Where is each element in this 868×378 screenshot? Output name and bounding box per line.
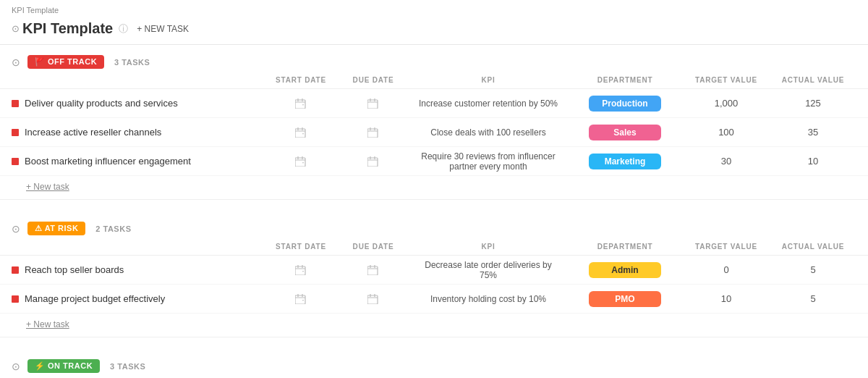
dept-cell[interactable]: PMO [567,291,683,307]
svg-rect-5 [367,100,378,109]
dept-badge: Admin [589,262,661,278]
task-dot [12,266,19,274]
table-row: Deliver quality products and servicesInc… [0,89,868,118]
svg-marker-13 [302,133,304,135]
col-headers-off-track: START DATEDUE DATEKPIDEPARTMENTTARGET VA… [0,76,868,89]
due-date-cell[interactable] [337,98,409,109]
task-name-cell: Deliver quality products and services [12,98,265,109]
start-date-cell[interactable] [265,98,337,109]
dept-badge: PMO [589,291,661,307]
kpi-cell: Decrease late order deliveries by 75% [409,260,567,280]
col-header-4: TARGET VALUE [683,243,770,251]
due-date-cell[interactable] [337,156,409,167]
dept-cell[interactable]: Admin [567,262,683,278]
actual-value-cell: 5 [770,264,856,275]
dept-badge: Production [589,96,661,112]
task-count-on-track: 3 TASKS [110,362,145,371]
svg-marker-40 [302,300,304,301]
info-icon[interactable]: ⓘ [119,22,128,35]
table-row: Reach top seller boardsDecrease late ord… [0,256,868,285]
col-header-2: KPI [409,76,567,84]
col-header-1: DUE DATE [337,243,409,251]
svg-rect-14 [367,129,378,138]
table-row: Increase active reseller channelsClose d… [0,118,868,147]
dept-cell[interactable]: Production [567,96,683,112]
table-row: Boost marketing influencer engagementReq… [0,147,868,176]
status-badge-at-risk: ⚠ AT RISK [27,222,85,235]
section-off-track: ⊙🚩 OFF TRACK3 TASKSSTART DATEDUE DATEKPI… [0,45,868,200]
task-name-cell: Manage project budget effectively [12,293,265,304]
task-name-cell: Increase active reseller channels [12,127,265,138]
section-header-on-track: ⊙⚡ ON TRACK3 TASKS [0,349,868,378]
start-date-cell[interactable] [265,265,337,275]
col-header-2: KPI [409,243,567,251]
col-header-1: DUE DATE [337,76,409,84]
task-name[interactable]: Increase active reseller channels [25,127,161,138]
svg-marker-4 [302,104,304,106]
task-dot [12,100,19,107]
dept-cell[interactable]: Sales [567,125,683,140]
collapse-btn-off-track[interactable]: ⊙ [12,56,20,68]
col-header-0: START DATE [265,76,337,84]
actual-value-cell: 5 [770,293,856,304]
task-dot [12,129,19,136]
svg-marker-31 [302,271,304,272]
task-name[interactable]: Deliver quality products and services [25,98,178,109]
target-value-cell: 10 [683,293,770,304]
collapse-btn-at-risk[interactable]: ⊙ [12,223,20,235]
actual-value-cell: 125 [770,98,856,109]
page-title: KPI Template [22,20,113,37]
task-name[interactable]: Boost marketing influencer engagement [25,156,191,167]
new-task-button[interactable]: + NEW TASK [137,24,189,34]
task-name[interactable]: Reach top seller boards [25,264,124,275]
start-date-cell[interactable] [265,294,337,304]
col-header-4: TARGET VALUE [683,76,770,84]
sections-container: ⊙🚩 OFF TRACK3 TASKSSTART DATEDUE DATEKPI… [0,45,868,378]
section-header-off-track: ⊙🚩 OFF TRACK3 TASKS [0,45,868,76]
target-value-cell: 100 [683,127,770,138]
section-at-risk: ⊙⚠ AT RISK2 TASKSSTART DATEDUE DATEKPIDE… [0,211,868,337]
col-headers-at-risk: START DATEDUE DATEKPIDEPARTMENTTARGET VA… [0,243,868,256]
kpi-cell: Require 30 reviews from influencer partn… [409,151,567,172]
task-count-off-track: 3 TASKS [114,58,150,67]
col-header-0: START DATE [265,243,337,251]
task-name-cell: Reach top seller boards [12,264,265,275]
task-dot [12,295,19,303]
actual-value-cell: 10 [770,156,856,167]
start-date-cell[interactable] [265,156,337,167]
dept-cell[interactable]: Marketing [567,154,683,169]
collapse-icon[interactable]: ⊙ [12,23,20,34]
task-name[interactable]: Manage project budget effectively [25,293,165,304]
task-dot [12,158,19,165]
status-badge-on-track: ⚡ ON TRACK [27,359,100,373]
section-header-at-risk: ⊙⚠ AT RISK2 TASKS [0,211,868,243]
due-date-cell[interactable] [337,127,409,138]
kpi-cell: Increase customer retention by 50% [409,98,567,109]
svg-rect-23 [367,158,378,167]
kpi-cell: Inventory holding cost by 10% [409,294,567,304]
page-header: ⊙ KPI Template ⓘ + NEW TASK [0,16,868,45]
actual-value-cell: 35 [770,127,856,138]
table-row: Manage project budget effectivelyInvento… [0,285,868,314]
task-name-cell: Boost marketing influencer engagement [12,156,265,167]
col-header-3: DEPARTMENT [567,76,683,84]
svg-rect-32 [367,266,378,275]
col-header-5: ACTUAL VALUE [770,76,856,84]
kpi-cell: Close deals with 100 resellers [409,127,567,138]
due-date-cell[interactable] [337,265,409,275]
col-header-5: ACTUAL VALUE [770,243,856,251]
due-date-cell[interactable] [337,294,409,304]
target-value-cell: 1,000 [683,98,770,109]
target-value-cell: 0 [683,264,770,275]
target-value-cell: 30 [683,156,770,167]
breadcrumb: KPI Template [0,0,868,16]
start-date-cell[interactable] [265,127,337,138]
svg-rect-41 [367,295,378,304]
add-new-task-link[interactable]: + New task [0,176,868,199]
add-new-task-link[interactable]: + New task [0,314,868,337]
dept-badge: Sales [589,125,661,140]
collapse-btn-on-track[interactable]: ⊙ [12,361,20,372]
col-header-3: DEPARTMENT [567,243,683,251]
svg-marker-22 [302,162,304,164]
dept-badge: Marketing [589,154,661,169]
